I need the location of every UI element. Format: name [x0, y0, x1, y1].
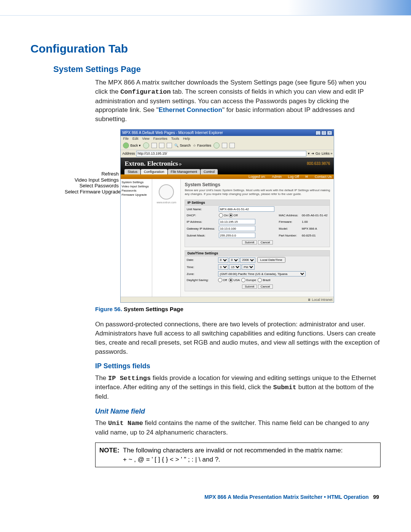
- tab-status[interactable]: Status: [124, 169, 140, 174]
- note-label: NOTE:: [99, 447, 119, 454]
- contact-us-link[interactable]: ✉ Contact Us: [305, 175, 331, 179]
- dt-submit-button[interactable]: Submit: [242, 284, 257, 289]
- callout-video-input-settings: Video Input Settings: [65, 177, 119, 183]
- sidebar: System Settings Video Input Settings Pas…: [121, 179, 152, 297]
- logged-on-label: Logged on: Admin: [243, 175, 282, 179]
- window-buttons[interactable]: _□×: [315, 130, 332, 135]
- sidebar-item-passwords[interactable]: Passwords: [121, 189, 151, 192]
- daylight-saving-options[interactable]: Off USA Europe Brazil: [217, 277, 330, 283]
- refresh-button[interactable]: [159, 143, 164, 148]
- callout-select-passwords: Select Passwords: [65, 183, 119, 189]
- favorites-button[interactable]: ☆ Favorites: [193, 144, 211, 147]
- ip-settings-panel: IP Settings Unit Name: DHCP: On Off MAC …: [185, 200, 330, 247]
- figure-callouts: Refresh Video Input Settings Select Pass…: [65, 129, 119, 195]
- ip-submit-button[interactable]: Submit: [242, 240, 257, 244]
- unit-name-paragraph: The Unit Name field contains the name of…: [95, 419, 381, 437]
- firmware-label: Firmware:: [277, 218, 301, 225]
- menu-file[interactable]: File: [123, 137, 129, 141]
- forward-button[interactable]: [143, 142, 149, 149]
- ds-off-radio: [218, 278, 222, 282]
- ip-settings-paragraph: The IP Settings fields provide a locatio…: [95, 374, 381, 401]
- local-datetime-button[interactable]: Local Date/Time: [257, 257, 285, 263]
- menu-edit[interactable]: Edit: [132, 137, 139, 141]
- mac-label: MAC Address:: [277, 212, 301, 218]
- address-input[interactable]: [136, 151, 306, 157]
- date-year-select[interactable]: 2006: [240, 257, 255, 263]
- tab-control[interactable]: Control: [201, 169, 218, 174]
- mac-value: 00-05-A6-01-51-42: [300, 212, 330, 218]
- callout-select-firmware-upgrade: Select Firmware Upgrade: [65, 189, 119, 195]
- ethernet-connection-link[interactable]: Ethernet Connection: [159, 106, 222, 113]
- ds-brazil-radio: [258, 278, 262, 282]
- sidebar-item-firmware-upgrade[interactable]: Firmware Upgrade: [121, 193, 151, 197]
- stop-button[interactable]: [151, 143, 157, 148]
- time-ampm-select[interactable]: PM: [242, 264, 255, 270]
- address-label: Address: [122, 152, 135, 155]
- history-button[interactable]: [213, 142, 220, 149]
- model-label: Model:: [277, 225, 301, 232]
- tab-file-management[interactable]: File Management: [168, 169, 201, 174]
- back-button[interactable]: Back ▾: [123, 142, 141, 149]
- browser-window: MPX 866 A Default Web Pages - Microsoft …: [120, 129, 334, 303]
- browser-menubar[interactable]: FileEditViewFavoritesToolsHelp: [121, 136, 334, 141]
- page-footer: MPX 866 A Media Presentation Matrix Swit…: [30, 494, 381, 500]
- mail-button[interactable]: [222, 143, 227, 148]
- browser-title: MPX 866 A Default Web Pages - Microsoft …: [122, 131, 223, 135]
- heading-ip-settings-fields: IP Settings fields: [95, 361, 381, 371]
- sidebar-item-video-input-settings[interactable]: Video Input Settings: [121, 185, 151, 188]
- date-month-select[interactable]: 8: [218, 257, 228, 263]
- ip-settings-title: IP Settings: [185, 200, 330, 206]
- search-button[interactable]: 🔍 Search: [174, 144, 191, 147]
- zone-select[interactable]: (GMT-08:00) Pacific Time (US & Canada), …: [218, 271, 306, 276]
- datetime-title: Date/Time Settings: [185, 251, 330, 256]
- close-icon: ×: [327, 131, 332, 135]
- system-settings-title: System Settings: [185, 182, 330, 187]
- gateway-input[interactable]: [219, 226, 255, 231]
- extron-logo-icon: [159, 184, 174, 200]
- sidebar-item-system-settings[interactable]: System Settings: [121, 181, 151, 184]
- dt-cancel-button[interactable]: Cancel: [258, 284, 273, 289]
- dhcp-off-radio: [229, 213, 233, 217]
- menu-favorites[interactable]: Favorites: [153, 137, 167, 141]
- log-off-link[interactable]: Log Off: [288, 175, 299, 179]
- tab-configuration[interactable]: Configuration: [141, 169, 167, 174]
- browser-titlebar: MPX 866 A Default Web Pages - Microsoft …: [121, 129, 334, 136]
- time-hour-select[interactable]: 3: [218, 264, 228, 270]
- login-strip: Logged on: Admin Log Off ✉ Contact Us: [121, 174, 334, 179]
- date-label: Date:: [185, 256, 216, 264]
- heading-system-settings-page: System Settings Page: [53, 64, 381, 74]
- callout-refresh: Refresh: [65, 171, 119, 177]
- home-button[interactable]: [167, 143, 172, 148]
- date-day-select[interactable]: 8: [229, 257, 239, 263]
- dhcp-value[interactable]: On Off: [217, 212, 277, 218]
- datetime-settings-panel: Date/Time Settings Date: 8 8 2006 Local …: [185, 250, 330, 291]
- print-button[interactable]: [229, 143, 235, 148]
- extron-logo-icon: ⟳: [179, 163, 182, 166]
- ip-address-input[interactable]: [219, 219, 255, 224]
- go-button[interactable]: ➔ Go: [311, 152, 320, 155]
- footer-page-number: 99: [373, 494, 379, 500]
- subnet-input[interactable]: [219, 233, 255, 238]
- ds-usa-radio: [229, 278, 233, 282]
- model-value: MPX 866 A: [300, 225, 330, 232]
- unit-name-input[interactable]: [219, 206, 274, 212]
- note-box: NOTE: The following characters are inval…: [95, 443, 381, 468]
- figure-caption: Figure 56. System Settings Page: [95, 306, 381, 312]
- menu-tools[interactable]: Tools: [171, 137, 179, 141]
- time-min-select[interactable]: 15: [229, 264, 241, 270]
- note-line2: + ~ , @ = ' [ ] { } < > ' " ; : | \ and …: [123, 455, 376, 464]
- subnet-label: Subnet Mask:: [185, 232, 217, 239]
- password-protection-paragraph: On password-protected connections, there…: [95, 320, 381, 356]
- footer-product: MPX 866 A Media Presentation Matrix Swit…: [204, 494, 368, 500]
- address-bar: Address ▾ ➔ Go Links »: [121, 150, 334, 158]
- part-number-value: 60-825-01: [300, 232, 330, 239]
- address-dropdown-icon[interactable]: ▾: [308, 152, 310, 155]
- ip-cancel-button[interactable]: Cancel: [258, 240, 273, 244]
- page-top-gradient: [0, 0, 411, 16]
- minimize-icon: _: [315, 131, 321, 135]
- note-line1: The following characters are invalid or …: [123, 447, 342, 454]
- links-button[interactable]: Links »: [322, 152, 333, 155]
- extron-brand: Extron. Electronics: [124, 160, 178, 167]
- menu-view[interactable]: View: [142, 137, 149, 141]
- menu-help[interactable]: Help: [183, 137, 190, 141]
